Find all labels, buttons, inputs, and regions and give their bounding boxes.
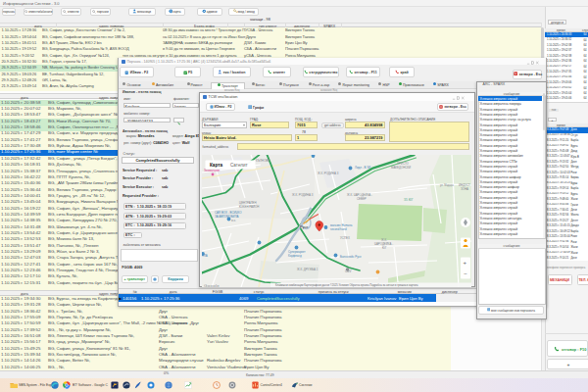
svg-text:ЗОНА: ЗОНА (461, 187, 468, 191)
svg-text:Ж.К. РОДИНА 3: Ж.К. РОДИНА 3 (292, 192, 314, 196)
svg-text:Болнспейс Русе: Болнспейс Русе (340, 255, 362, 259)
svg-text:ЮЖЕН РАЙОН: ЮЖЕН РАЙОН (239, 205, 259, 209)
svg-text:ЮГ: ЮГ (382, 246, 387, 250)
svg-text:УСПЕХ: УСПЕХ (340, 236, 350, 240)
svg-text:−: − (464, 270, 467, 276)
svg-text:ул. Мадара: ул. Мадара (440, 183, 454, 187)
svg-text:Карта: Карта (210, 163, 222, 168)
svg-text:Лидл - В ЗИ: Лидл - В ЗИ (355, 165, 370, 169)
svg-text:Сателит: Сателит (230, 163, 249, 168)
svg-text:Ж.К. ДРУЖБА 1: Ж.К. ДРУЖБА 1 (297, 267, 318, 270)
svg-text:КЪЛНОВЕ: КЪЛНОВЕ (256, 158, 270, 162)
svg-text:ж.к.: ж.к. (231, 219, 236, 222)
svg-text:ЗЗ. ЮГ: ЗЗ. ЮГ (404, 198, 414, 202)
svg-text:Ж.К. РОДИНА 3: Ж.К. РОДИНА 3 (318, 171, 339, 174)
svg-text:Клавишни комбинации Картог: Клавишни комбинации Картографски данни ©… (275, 283, 418, 287)
svg-text:second hand: second hand (330, 226, 347, 230)
svg-text:Google: Google (204, 282, 220, 287)
svg-text:Русе: Русе (300, 224, 308, 228)
svg-text:Зоомагазин: Зоомагазин (204, 169, 220, 172)
svg-text:+: + (463, 260, 466, 266)
svg-text:МАКЕДОНСКИ: МАКЕДОНСКИ (391, 166, 411, 170)
svg-text:Кауфланд: Кауфланд (288, 253, 302, 257)
svg-text:ЗА АВТОМОБИЛА: ЗА АВТОМОБИЛА (215, 214, 239, 218)
svg-text:СЕВЕР: СЕВЕР (357, 197, 367, 201)
